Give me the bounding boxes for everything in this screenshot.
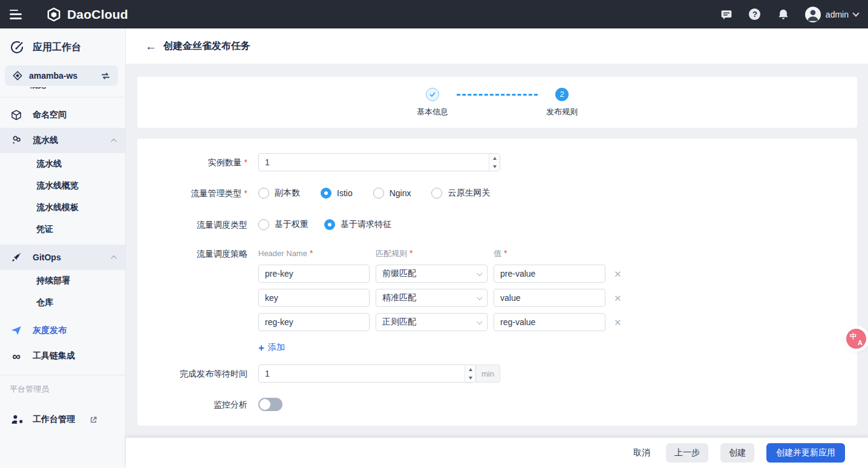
remove-row-icon[interactable]: ✕ — [614, 294, 622, 303]
menu-icon[interactable] — [10, 10, 23, 19]
column-header-name: Header Name* — [258, 248, 370, 259]
header-name-input[interactable] — [258, 289, 370, 307]
product-name: 应用工作台 — [33, 41, 81, 54]
topbar-actions: ? admin — [720, 7, 858, 22]
sidebar-subitem-repository[interactable]: 仓库 — [0, 292, 125, 314]
sidebar-item-label: 命名空间 — [33, 110, 67, 120]
switch-workspace-icon[interactable] — [100, 71, 111, 81]
step-release-rules[interactable]: 2 发布规则 — [546, 88, 578, 117]
footer-actions: 取消 上一步 创建 创建并更新应用 — [126, 438, 868, 468]
sidebar-item-gitops[interactable]: GitOps — [0, 245, 125, 270]
cube-icon — [10, 109, 22, 121]
add-rule-button[interactable]: + 添加 — [258, 342, 285, 353]
wait-time-input[interactable] — [258, 364, 476, 383]
step-basic-info[interactable]: 基本信息 — [417, 88, 448, 117]
header-name-input[interactable] — [258, 265, 370, 283]
create-button[interactable]: 创建 — [720, 443, 754, 463]
field-label: 监控分析 — [137, 395, 247, 414]
user-name: admin — [826, 10, 849, 19]
increment-icon[interactable] — [465, 365, 475, 374]
remove-row-icon[interactable]: ✕ — [614, 269, 622, 278]
sidebar-subitem-pipeline-template[interactable]: 流水线模板 — [0, 197, 125, 219]
radio-checked-icon — [321, 188, 331, 199]
step-number: 2 — [555, 88, 569, 101]
create-and-update-button[interactable]: 创建并更新应用 — [766, 443, 845, 463]
form-row-traffic-mgmt: 流量管理类型* 副本数 Istio Nginx 云原生网关 — [137, 184, 857, 202]
help-icon[interactable]: ? — [748, 8, 762, 21]
required-marker: * — [410, 248, 413, 258]
required-marker: * — [504, 248, 507, 258]
sidebar-subitem-label: 流水线概览 — [36, 180, 79, 191]
value-input[interactable] — [494, 265, 605, 283]
radio-nginx[interactable]: Nginx — [373, 188, 411, 199]
decrement-icon[interactable] — [489, 162, 500, 171]
number-stepper[interactable] — [489, 154, 500, 171]
workbench-logo-icon — [10, 40, 24, 54]
product-header: 应用工作台 — [0, 28, 125, 62]
topbar: DaoCloud ? admin — [0, 0, 868, 28]
radio-cloud-native-gateway[interactable]: 云原生网关 — [431, 188, 490, 199]
form-row-monitor: 监控分析 — [137, 395, 857, 414]
toggle-knob — [259, 399, 270, 410]
chat-icon[interactable] — [720, 8, 733, 21]
notification-bell-icon[interactable] — [777, 8, 790, 21]
chevron-down-icon — [477, 318, 483, 325]
sidebar-item-label: 工作台管理 — [33, 414, 75, 425]
sidebar-item-overview-clipped[interactable]: ••• 概览 — [0, 87, 125, 97]
app-window: DaoCloud ? admin — [0, 0, 868, 468]
required-marker: * — [244, 188, 247, 198]
instance-count-input[interactable] — [258, 153, 500, 171]
match-rule-select[interactable]: 正则匹配 — [376, 313, 488, 331]
previous-step-button[interactable]: 上一步 — [666, 443, 708, 463]
sidebar-item-pipeline[interactable]: 流水线 — [0, 128, 125, 153]
page-header: ← 创建金丝雀发布任务 — [126, 28, 868, 64]
radio-by-request-feature[interactable]: 基于请求特征 — [324, 219, 391, 230]
selected-option: 正则匹配 — [382, 317, 416, 328]
radio-replicas[interactable]: 副本数 — [258, 188, 300, 199]
sidebar-item-gray-release[interactable]: 灰度发布 — [0, 318, 125, 343]
form-row-wait-time: 完成发布等待时间 min — [137, 364, 857, 383]
sidebar-subitem-label: 凭证 — [36, 224, 53, 235]
match-rule-select[interactable]: 前缀匹配 — [376, 265, 488, 283]
value-input[interactable] — [494, 313, 605, 331]
monitor-toggle[interactable] — [258, 398, 282, 411]
workspace-selector[interactable]: amamba-ws — [5, 65, 118, 86]
sidebar-subitem-credentials[interactable]: 凭证 — [0, 219, 125, 240]
remove-row-icon[interactable]: ✕ — [614, 318, 622, 327]
translate-zh-glyph: 中 — [850, 332, 857, 341]
match-rule-select[interactable]: 精准匹配 — [376, 289, 488, 307]
chevron-up-icon — [111, 255, 117, 261]
sidebar-subitem-pipeline-overview[interactable]: 流水线概览 — [0, 175, 125, 197]
radio-checked-icon — [324, 219, 335, 230]
form-row-policy: 流量调度策略 Header Name* 匹配规则* 值* 前缀匹配 — [137, 248, 857, 353]
selected-option: 前缀匹配 — [382, 268, 416, 279]
workspace-icon — [12, 70, 23, 81]
language-switch-button[interactable]: 中 A — [846, 329, 866, 349]
workspace-name: amamba-ws — [29, 71, 94, 81]
radio-icon — [258, 188, 269, 199]
value-input[interactable] — [494, 289, 605, 307]
user-menu[interactable]: admin — [805, 7, 858, 22]
number-stepper[interactable] — [465, 365, 475, 382]
sidebar-item-namespace[interactable]: 命名空间 — [0, 102, 125, 128]
sidebar-item-workbench-admin[interactable]: 工作台管理 — [0, 407, 125, 432]
radio-by-weight[interactable]: 基于权重 — [258, 219, 308, 230]
stepper-card: 基本信息 2 发布规则 — [137, 77, 857, 128]
radio-istio[interactable]: Istio — [321, 188, 353, 199]
policy-row: 精准匹配 ✕ — [258, 289, 622, 307]
sidebar-item-label: 工具链集成 — [33, 351, 75, 361]
daocloud-logo-icon — [46, 7, 62, 22]
sidebar-item-toolchain[interactable]: ∞ 工具链集成 — [0, 343, 125, 369]
translate-en-glyph: A — [858, 339, 863, 346]
sidebar-subitem-pipeline[interactable]: 流水线 — [0, 153, 125, 175]
brand[interactable]: DaoCloud — [46, 7, 128, 22]
sidebar-subitem-continuous-deploy[interactable]: 持续部署 — [0, 270, 125, 292]
decrement-icon[interactable] — [465, 374, 475, 382]
page-content: 基本信息 2 发布规则 实例数量* — [126, 64, 868, 438]
increment-icon[interactable] — [489, 154, 500, 162]
external-link-icon — [90, 416, 97, 424]
radio-icon — [431, 188, 442, 199]
header-name-input[interactable] — [258, 313, 370, 331]
cancel-button[interactable]: 取消 — [630, 443, 654, 463]
back-arrow-icon[interactable]: ← — [145, 41, 157, 52]
